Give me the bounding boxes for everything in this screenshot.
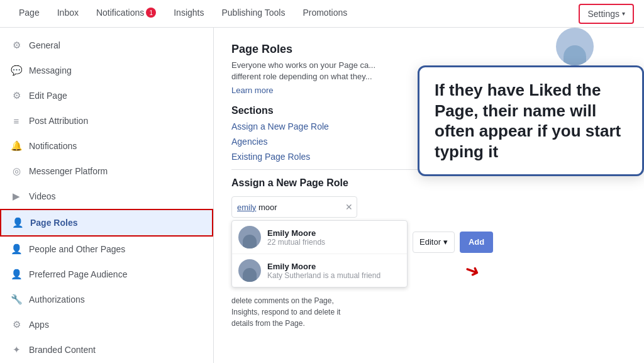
branded-icon: ✦	[10, 343, 23, 356]
avatar	[556, 28, 594, 65]
settings-arrow-icon: ▾	[622, 10, 625, 17]
auth-icon: 🔧	[10, 293, 23, 306]
sidebar-item-page-roles[interactable]: 👤 Page Roles	[0, 209, 213, 237]
edit-icon: ⚙	[10, 89, 23, 102]
red-arrow-icon: ➜	[462, 259, 483, 283]
page-roles-title: Page Roles	[231, 43, 420, 56]
sidebar-item-messaging[interactable]: 💬 Messaging	[0, 58, 213, 83]
page-roles-desc: Everyone who works on your Page ca... di…	[231, 60, 395, 82]
role-select[interactable]: Editor ▾	[413, 232, 455, 253]
suggestion-avatar-0	[238, 226, 261, 249]
sidebar-item-authorizations[interactable]: 🔧 Authorizations	[0, 287, 213, 312]
assign-new-role-title: Assign a New Page Role	[231, 177, 420, 189]
add-button[interactable]: Add	[460, 232, 493, 253]
suggestion-name-1: Emily Moore	[267, 262, 380, 271]
nav-promotions[interactable]: Promotions	[294, 0, 356, 28]
gear-icon: ⚙	[10, 39, 23, 52]
search-box[interactable]: emily moor ✕	[231, 196, 357, 218]
clear-search-button[interactable]: ✕	[345, 202, 353, 212]
nav-publishing-tools[interactable]: Publishing Tools	[213, 0, 294, 28]
content-area: If they have Liked the Page, their name …	[214, 28, 644, 363]
divider	[231, 169, 420, 170]
nav-inbox[interactable]: Inbox	[48, 0, 87, 28]
avatar-body	[564, 45, 586, 65]
sidebar-item-edit-page[interactable]: ⚙ Edit Page	[0, 83, 213, 108]
search-dropdown: Emily Moore 22 mutual friends Emily Moor…	[231, 220, 408, 288]
assign-row: emily moor ✕ Emily Moore	[231, 196, 420, 288]
dropdown-arrow-icon: ▾	[443, 237, 448, 247]
existing-page-roles-link[interactable]: Existing Page Roles	[231, 152, 420, 162]
suggestion-info-0: Emily Moore 22 mutual friends	[267, 228, 325, 247]
sidebar-item-branded-content[interactable]: ✦ Branded Content	[0, 337, 213, 362]
sidebar-item-notifications[interactable]: 🔔 Notifications	[0, 133, 213, 159]
bell-icon: 🔔	[10, 140, 23, 152]
people-icon: 👤	[10, 243, 23, 255]
messaging-icon: 💬	[10, 64, 23, 77]
callout-box: If they have Liked the Page, their name …	[418, 65, 644, 176]
apps-icon: ⚙	[10, 318, 23, 331]
sidebar-item-preferred-page-audience[interactable]: 👤 Preferred Page Audience	[0, 262, 213, 287]
audience-icon: 👤	[10, 268, 23, 281]
settings-button[interactable]: Settings ▾	[579, 4, 634, 24]
suggestion-sub-0: 22 mutual friends	[267, 238, 325, 247]
sidebar-item-apps[interactable]: ⚙ Apps	[0, 312, 213, 337]
nav-items: Page Inbox Notifications 1 Insights Publ…	[10, 0, 579, 28]
sidebar-item-post-attribution[interactable]: ≡ Post Attribution	[0, 108, 213, 133]
messenger-icon: ◎	[10, 165, 23, 177]
sections-label: Sections	[231, 105, 420, 116]
nav-insights[interactable]: Insights	[165, 0, 213, 28]
suggestion-item-1[interactable]: Emily Moore Katy Sutherland is a mutual …	[232, 254, 407, 287]
agencies-link[interactable]: Agencies	[231, 137, 420, 147]
sidebar: ⚙ General 💬 Messaging ⚙ Edit Page ≡ Post…	[0, 28, 214, 363]
search-container: emily moor ✕ Emily Moore	[231, 196, 408, 288]
callout-text: If they have Liked the Page, their name …	[435, 80, 627, 162]
sidebar-item-messenger-platform[interactable]: ◎ Messenger Platform	[0, 159, 213, 184]
nav-page[interactable]: Page	[10, 0, 48, 28]
content-left: Page Roles Everyone who works on your Pa…	[231, 43, 420, 329]
suggestions-list: Emily Moore 22 mutual friends Emily Moor…	[231, 220, 408, 288]
nav-notifications[interactable]: Notifications 1	[87, 0, 165, 28]
assign-new-role-link[interactable]: Assign a New Page Role	[231, 121, 420, 131]
main-layout: ⚙ General 💬 Messaging ⚙ Edit Page ≡ Post…	[0, 28, 644, 363]
notification-badge: 1	[146, 8, 156, 18]
sidebar-item-general[interactable]: ⚙ General	[0, 33, 213, 58]
suggestion-avatar-1	[238, 259, 261, 282]
sidebar-item-videos[interactable]: ▶ Videos	[0, 184, 213, 209]
video-icon: ▶	[10, 190, 23, 203]
right-description: delete comments on the Page, Insights, r…	[231, 295, 357, 329]
suggestion-item-0[interactable]: Emily Moore 22 mutual friends	[232, 221, 407, 254]
suggestion-info-1: Emily Moore Katy Sutherland is a mutual …	[267, 262, 380, 280]
learn-more-link[interactable]: Learn more	[231, 86, 273, 95]
suggestion-name-0: Emily Moore	[267, 228, 325, 238]
suggestion-sub-1: Katy Sutherland is a mutual friend	[267, 271, 380, 280]
post-icon: ≡	[10, 114, 23, 127]
top-navigation: Page Inbox Notifications 1 Insights Publ…	[0, 0, 644, 28]
sidebar-item-people-other-pages[interactable]: 👤 People and Other Pages	[0, 237, 213, 262]
person-icon: 👤	[11, 216, 24, 229]
search-text-typed: emily moor	[237, 203, 277, 212]
